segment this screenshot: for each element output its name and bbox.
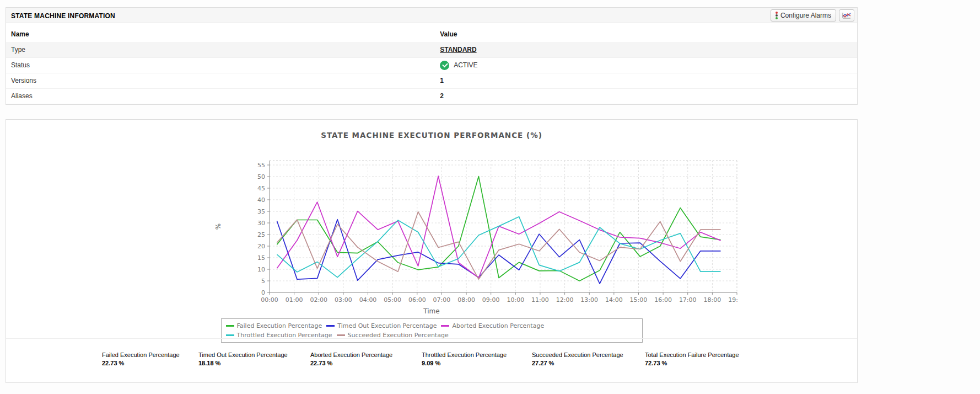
- legend-swatch: [226, 334, 234, 336]
- svg-text:55: 55: [257, 162, 265, 169]
- svg-text:14:00: 14:00: [605, 296, 623, 304]
- svg-text:0: 0: [261, 289, 265, 296]
- stat-label: Timed Out Execution Percentage: [198, 352, 288, 358]
- summary-stats-row: Failed Execution Percentage22.73 %Timed …: [6, 352, 857, 377]
- table-row: Versions1: [6, 73, 857, 88]
- panel-title: STATE MACHINE INFORMATION: [6, 12, 115, 20]
- line-chart-icon: [842, 12, 851, 19]
- legend-label: Aborted Execution Percentage: [452, 321, 544, 331]
- svg-text:05:00: 05:00: [384, 296, 401, 304]
- svg-text:02:00: 02:00: [310, 296, 327, 304]
- legend-swatch: [337, 334, 345, 336]
- legend-swatch: [326, 325, 335, 327]
- svg-text:35: 35: [257, 208, 265, 215]
- configure-alarms-label: Configure Alarms: [780, 8, 831, 23]
- cell-status: ACTIVE: [435, 57, 857, 73]
- stat-item: Total Execution Failure Percentage72.73 …: [645, 352, 739, 366]
- view-graph-button[interactable]: [839, 9, 854, 22]
- svg-text:06:00: 06:00: [408, 296, 426, 304]
- svg-text:16:00: 16:00: [654, 296, 672, 304]
- stat-item: Succeeded Execution Percentage27.27 %: [532, 352, 623, 366]
- stats-separator: [6, 338, 857, 339]
- svg-text:11:00: 11:00: [531, 296, 549, 304]
- svg-text:18:00: 18:00: [704, 296, 721, 304]
- legend-item: Aborted Execution Percentage: [441, 321, 544, 331]
- legend-label: Timed Out Execution Percentage: [337, 321, 437, 331]
- type-value-link[interactable]: STANDARD: [440, 46, 476, 54]
- legend-swatch: [441, 325, 449, 327]
- state-machine-info-panel: STATE MACHINE INFORMATION Configure Alar…: [6, 7, 858, 105]
- svg-text:08:00: 08:00: [457, 296, 475, 304]
- stat-label: Aborted Execution Percentage: [310, 352, 392, 358]
- cell-name: Type: [6, 42, 435, 57]
- chart-legend: Failed Execution PercentageTimed Out Exe…: [221, 318, 643, 343]
- svg-text:03:00: 03:00: [335, 296, 352, 304]
- svg-text:50: 50: [257, 173, 265, 180]
- cell-value: 2: [435, 88, 857, 104]
- svg-text:17:00: 17:00: [679, 296, 697, 304]
- cell-name: Aliases: [6, 88, 435, 104]
- svg-text:20: 20: [257, 243, 265, 250]
- chart-title: STATE MACHINE EXECUTION PERFORMANCE (%): [126, 131, 737, 140]
- svg-text:10: 10: [257, 266, 265, 273]
- svg-text:12:00: 12:00: [556, 296, 574, 304]
- svg-text:5: 5: [261, 278, 265, 285]
- stat-label: Throttled Execution Percentage: [422, 352, 507, 358]
- svg-text:00:00: 00:00: [261, 296, 278, 304]
- traffic-light-icon: [776, 12, 778, 19]
- svg-text:40: 40: [257, 196, 265, 204]
- stat-value: 22.73 %: [102, 360, 180, 366]
- table-row: TypeSTANDARD: [6, 42, 857, 57]
- svg-text:45: 45: [257, 185, 265, 192]
- info-table: Name Value TypeSTANDARDStatusACTIVEVersi…: [6, 26, 857, 104]
- svg-text:25: 25: [257, 231, 265, 238]
- stat-item: Timed Out Execution Percentage18.18 %: [198, 352, 288, 366]
- status-text: ACTIVE: [454, 61, 477, 69]
- cell-name: Status: [6, 57, 435, 73]
- stat-value: 72.73 %: [645, 360, 739, 366]
- performance-line-chart: 051015202530354045505500:0001:0002:0003:…: [126, 141, 737, 307]
- stat-item: Aborted Execution Percentage22.73 %: [310, 352, 392, 366]
- legend-item: Timed Out Execution Percentage: [326, 321, 437, 331]
- execution-performance-panel: STATE MACHINE EXECUTION PERFORMANCE (%) …: [6, 119, 858, 383]
- stat-value: 18.18 %: [198, 360, 288, 366]
- stat-item: Throttled Execution Percentage9.09 %: [422, 352, 507, 366]
- svg-text:19:00: 19:00: [728, 296, 737, 304]
- svg-text:07:00: 07:00: [433, 296, 451, 304]
- cell-value: 1: [435, 73, 857, 88]
- svg-text:01:00: 01:00: [286, 296, 303, 304]
- status-check-icon: [440, 61, 449, 70]
- svg-text:15: 15: [257, 254, 265, 262]
- stat-value: 9.09 %: [422, 360, 507, 366]
- table-row: StatusACTIVE: [6, 57, 857, 73]
- panel-header: STATE MACHINE INFORMATION Configure Alar…: [6, 8, 857, 23]
- cell-name: Versions: [6, 73, 435, 88]
- stat-value: 22.73 %: [310, 360, 392, 366]
- column-header-name: Name: [6, 26, 435, 42]
- stat-item: Failed Execution Percentage22.73 %: [102, 352, 180, 366]
- stat-label: Failed Execution Percentage: [102, 352, 180, 358]
- stat-label: Total Execution Failure Percentage: [645, 352, 739, 358]
- svg-text:10:00: 10:00: [507, 296, 524, 304]
- svg-text:04:00: 04:00: [359, 296, 377, 304]
- stat-value: 27.27 %: [532, 360, 623, 366]
- svg-text:09:00: 09:00: [482, 296, 500, 304]
- legend-item: Failed Execution Percentage: [226, 321, 322, 331]
- svg-text:30: 30: [257, 220, 265, 227]
- svg-text:%: %: [214, 223, 222, 229]
- x-axis-label: Time: [126, 307, 737, 315]
- svg-text:15:00: 15:00: [630, 296, 648, 304]
- svg-text:13:00: 13:00: [580, 296, 598, 304]
- cell-value: STANDARD: [435, 42, 857, 57]
- legend-swatch: [226, 325, 234, 327]
- stat-label: Succeeded Execution Percentage: [532, 352, 623, 358]
- configure-alarms-button[interactable]: Configure Alarms: [771, 9, 836, 22]
- column-header-value: Value: [435, 26, 857, 42]
- legend-label: Failed Execution Percentage: [237, 321, 322, 331]
- table-row: Aliases2: [6, 88, 857, 104]
